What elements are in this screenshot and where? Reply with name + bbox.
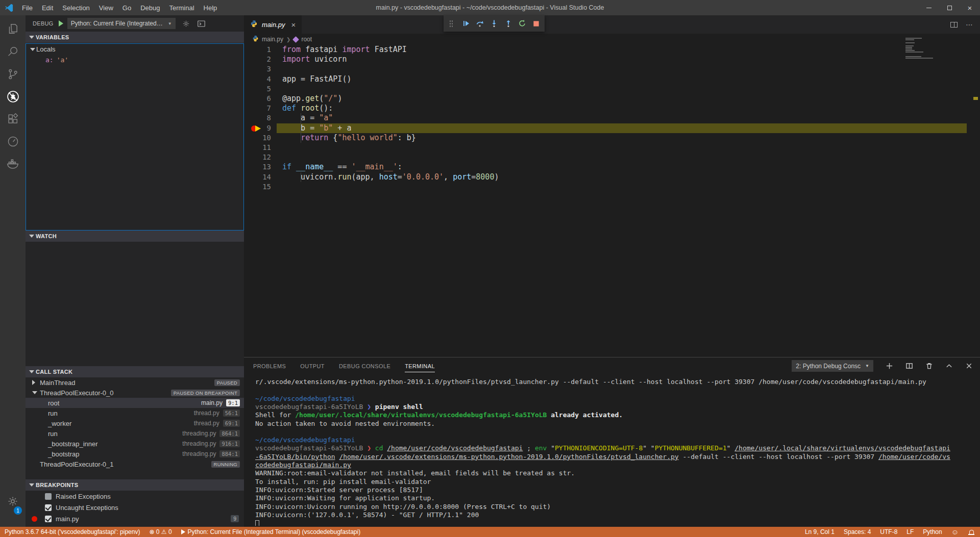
continue-icon[interactable] (461, 17, 472, 30)
stack-frame-label: run (48, 410, 58, 417)
section-header-watch[interactable]: WATCH (26, 231, 244, 242)
breakpoint-rows: Raised ExceptionsUncaught Exceptionsmain… (26, 491, 244, 524)
status-item[interactable]: UTF-8 (875, 528, 902, 535)
section-title: WATCH (36, 233, 57, 239)
status-item[interactable]: Python (918, 528, 946, 535)
status-item[interactable]: Python 3.6.7 64-bit ('vscodedebugfastapi… (0, 528, 144, 535)
breakpoint-row[interactable]: main.py9 (26, 513, 244, 524)
configure-gear-icon[interactable] (182, 19, 190, 28)
checkbox[interactable] (45, 516, 52, 522)
activity-debug-icon[interactable] (0, 85, 26, 108)
checkbox[interactable] (45, 493, 52, 500)
status-item[interactable]: Spaces: 4 (839, 528, 875, 535)
menu-terminal[interactable]: Terminal (164, 4, 199, 12)
stack-frame-label: MainThread (40, 379, 75, 387)
call-stack-row[interactable]: _workerthread.py69:1 (26, 418, 244, 428)
twistie-icon (32, 380, 35, 385)
panel-tab-output[interactable]: OUTPUT (300, 361, 325, 371)
menu-file[interactable]: File (17, 4, 37, 12)
minimize-icon[interactable] (919, 0, 939, 15)
tab-label: main.py (262, 21, 285, 29)
close-icon[interactable] (965, 362, 973, 370)
breadcrumb-file[interactable]: main.py (262, 36, 283, 43)
activity-bar: 1 (0, 15, 26, 527)
section-header-variables[interactable]: VARIABLES (26, 32, 244, 43)
chevron-up-icon[interactable] (945, 362, 953, 370)
minimap-line (905, 56, 921, 57)
minimap[interactable] (904, 38, 935, 62)
breadcrumb-symbol[interactable]: root (301, 36, 312, 43)
activity-search-icon[interactable] (0, 40, 26, 63)
menu-view[interactable]: View (94, 4, 118, 12)
breadcrumb[interactable]: main.py ❯ root (244, 34, 312, 45)
checkbox[interactable] (45, 504, 52, 511)
plus-icon[interactable] (886, 362, 893, 370)
status-item[interactable]: LF (902, 528, 918, 535)
code-line: def root(): (282, 104, 333, 113)
activity-docker-icon[interactable] (0, 152, 26, 175)
menu-help[interactable]: Help (199, 4, 222, 12)
trash-icon[interactable] (925, 362, 933, 370)
status-item[interactable]: ⊗ 0 ⚠ 0 (144, 528, 176, 535)
debug-console-icon[interactable] (197, 19, 206, 29)
panel-action-icons (886, 362, 973, 370)
variables-pane[interactable]: Locals a:'a' (26, 43, 244, 231)
maximize-icon[interactable] (939, 0, 960, 15)
debug-config-value: Python: Current File (Integrated Termina… (71, 20, 164, 27)
line-number: 1 (244, 45, 271, 55)
breakpoint-row[interactable]: Raised Exceptions (26, 491, 244, 502)
step-out-icon[interactable] (503, 17, 513, 30)
call-stack-row[interactable]: MainThreadPAUSED (26, 377, 244, 388)
line-number: 12 (244, 152, 271, 162)
call-stack-row[interactable]: ThreadPoolExecutor-0_0PAUSED ON BREAKPOI… (26, 388, 244, 398)
panel-tab-debug-console[interactable]: DEBUG CONSOLE (339, 361, 390, 371)
status-item[interactable]: Python: Current File (Integrated Termina… (177, 528, 365, 535)
activity-gauge-icon[interactable] (0, 130, 26, 152)
thread-state-badge: PAUSED (214, 379, 240, 386)
activity-source-control-icon[interactable] (0, 63, 26, 85)
panel-tab-problems[interactable]: PROBLEMS (253, 361, 286, 371)
symbol-method-icon (293, 36, 300, 43)
code-editor[interactable]: 1from fastapi import FastAPI2import uvic… (244, 45, 980, 357)
terminal-line: No action taken to avoid nested environm… (255, 420, 435, 428)
status-item[interactable]: Ln 9, Col 1 (800, 528, 839, 535)
call-stack-row[interactable]: runthread.py56:1 (26, 408, 244, 418)
stack-frame-label: run (48, 430, 58, 438)
activity-extensions-icon[interactable] (0, 108, 26, 130)
code-line: return {"hello world": b} (282, 133, 416, 143)
step-over-icon[interactable] (475, 17, 485, 30)
debug-config-dropdown[interactable]: Python: Current File (Integrated Termina… (67, 18, 176, 29)
call-stack-row[interactable]: _bootstrap_innerthreading.py916:1 (26, 439, 244, 449)
status-item[interactable] (963, 530, 980, 534)
activity-explorer-icon[interactable] (0, 18, 26, 40)
code-line: if __name__ == '__main__': (282, 162, 402, 172)
terminal-content[interactable]: r/.vscode/extensions/ms-python.python-20… (255, 378, 976, 526)
tab-close-icon[interactable]: × (291, 20, 296, 29)
start-debug-icon[interactable] (59, 20, 63, 27)
variable-row[interactable]: a:'a' (26, 55, 243, 65)
breakpoint-dot-icon (32, 516, 37, 522)
breakpoint-row[interactable]: Uncaught Exceptions (26, 502, 244, 513)
call-stack-row[interactable]: _bootstrapthreading.py884:1 (26, 449, 244, 459)
call-stack-row[interactable]: rootmain.py9:1 (26, 398, 244, 408)
call-stack-row[interactable]: runthreading.py864:1 (26, 428, 244, 439)
step-into-icon[interactable] (489, 17, 500, 30)
split-icon[interactable] (905, 362, 913, 370)
tab-main-py[interactable]: main.py × (244, 15, 302, 34)
menu-go[interactable]: Go (118, 4, 136, 12)
menu-selection[interactable]: Selection (58, 4, 94, 12)
scope-row-locals[interactable]: Locals (26, 44, 243, 55)
section-header-call-stack[interactable]: CALL STACK (26, 366, 244, 377)
stack-frame-label: root (48, 399, 59, 407)
status-item[interactable]: ☺ (947, 528, 963, 536)
split-editor-icon[interactable] (950, 22, 958, 28)
call-stack-row[interactable]: ThreadPoolExecutor-0_1RUNNING (26, 459, 244, 469)
panel-tab-terminal[interactable]: TERMINAL (405, 361, 435, 371)
menu-edit[interactable]: Edit (37, 4, 58, 12)
close-icon[interactable]: × (960, 0, 980, 15)
restart-icon[interactable] (517, 17, 528, 30)
terminal-selector[interactable]: 2: Python Debug Consc ▼ (792, 360, 873, 372)
stop-icon[interactable] (531, 17, 542, 30)
section-header-breakpoints[interactable]: BREAKPOINTS (26, 479, 244, 491)
menu-debug[interactable]: Debug (136, 4, 164, 12)
